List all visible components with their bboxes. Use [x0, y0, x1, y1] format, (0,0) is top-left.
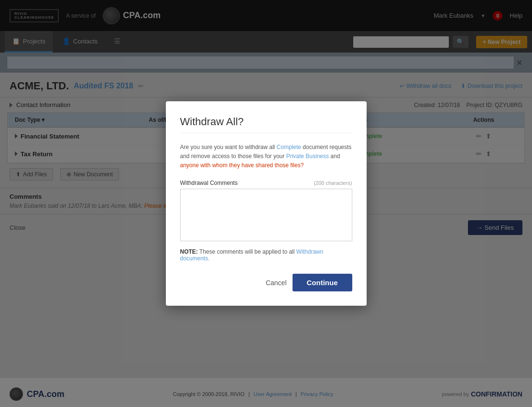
- warning-shared-text: anyone with whom they have shared those …: [180, 162, 304, 169]
- modal-buttons: Cancel Continue: [180, 274, 352, 291]
- modal-title: Withdraw All?: [180, 116, 352, 133]
- warning-private-text: Private Business: [286, 153, 329, 160]
- withdraw-all-modal: Withdraw All? Are you sure you want to w…: [166, 101, 367, 306]
- warning-complete-text: Complete: [277, 144, 301, 150]
- modal-note: NOTE: These comments will be applied to …: [180, 248, 352, 262]
- note-label: NOTE:: [180, 248, 198, 255]
- modal-continue-button[interactable]: Continue: [293, 274, 352, 291]
- modal-comments-label: Withdrawal Comments: [180, 180, 238, 186]
- modal-cancel-button[interactable]: Cancel: [266, 279, 287, 287]
- modal-label-row: Withdrawal Comments (200 characters): [180, 180, 352, 186]
- char-limit: (200 characters): [314, 180, 352, 186]
- modal-overlay: Withdraw All? Are you sure you want to w…: [0, 0, 532, 407]
- withdrawal-comments-textarea[interactable]: [180, 189, 352, 241]
- modal-warning-text: Are you sure you want to withdraw all Co…: [180, 143, 352, 171]
